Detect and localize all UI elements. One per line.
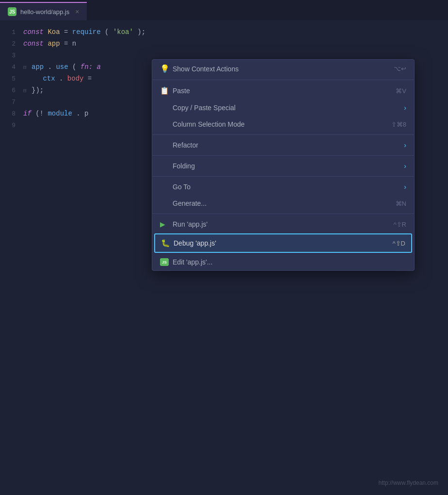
code-line-2: 2 const app = n	[0, 38, 448, 50]
menu-item-edit-app[interactable]: JS Edit 'app.js'...	[152, 254, 414, 270]
menu-item-generate[interactable]: Generate... ⌘N	[152, 195, 414, 212]
menu-item-shortcut-debug-app: ^⇧D	[393, 240, 406, 247]
line-content-2: const app = n	[23, 38, 76, 50]
line-number-4: 4	[0, 62, 23, 73]
tab-title: hello-world/app.js	[20, 8, 69, 16]
clipboard-icon: 📋	[160, 86, 171, 95]
line-number-7: 7	[0, 97, 23, 108]
line-content-5: ctx . body =	[23, 73, 92, 84]
menu-item-debug-app[interactable]: 🐛 Debug 'app.js' ^⇧D	[154, 233, 412, 253]
line-content-6: ⊟ });	[23, 84, 44, 97]
menu-item-show-context-actions[interactable]: 💡 Show Context Actions ⌥↩	[152, 60, 414, 78]
tab-close-button[interactable]: ×	[75, 8, 79, 16]
submenu-arrow-go-to: ›	[404, 183, 406, 191]
menu-item-run-app[interactable]: ▶ Run 'app.js' ^⇧R	[152, 216, 414, 232]
menu-item-label-debug-app: Debug 'app.js'	[174, 239, 383, 247]
menu-divider-5	[152, 214, 414, 214]
line-number-6: 6	[0, 85, 23, 97]
menu-item-label-generate: Generate...	[173, 199, 386, 207]
line-number-9: 9	[0, 120, 23, 132]
submenu-arrow-copy-paste-special: ›	[404, 104, 406, 112]
menu-item-shortcut-run-app: ^⇧R	[394, 221, 407, 228]
submenu-arrow-folding: ›	[404, 162, 406, 170]
file-tab[interactable]: JS hello-world/app.js ×	[0, 2, 87, 20]
menu-divider-3	[152, 155, 414, 156]
menu-item-go-to[interactable]: Go To ›	[152, 179, 414, 195]
debug-icon: 🐛	[161, 239, 172, 248]
menu-item-label-run-app: Run 'app.js'	[173, 220, 384, 228]
context-menu: 💡 Show Context Actions ⌥↩ 📋 Paste ⌘V Cop…	[152, 59, 415, 271]
menu-item-shortcut-show-context-actions: ⌥↩	[394, 65, 406, 72]
line-number-3: 3	[0, 50, 23, 62]
menu-divider-2	[152, 134, 414, 135]
menu-item-label-go-to: Go To	[173, 183, 399, 191]
menu-item-folding[interactable]: Folding ›	[152, 158, 414, 174]
line-number-1: 1	[0, 27, 23, 38]
menu-item-label-column-selection: Column Selection Mode	[173, 120, 382, 128]
watermark: http://www.flydean.com	[379, 479, 438, 486]
menu-item-label-paste: Paste	[173, 87, 386, 95]
run-icon: ▶	[160, 220, 171, 228]
menu-item-label-folding: Folding	[173, 162, 399, 170]
line-content-7	[23, 96, 27, 108]
menu-item-label-show-context-actions: Show Context Actions	[173, 65, 384, 73]
line-content-3	[23, 50, 27, 61]
menu-item-shortcut-paste: ⌘V	[396, 87, 406, 95]
line-number-5: 5	[0, 73, 23, 85]
menu-item-label-edit-app: Edit 'app.js'...	[173, 258, 406, 266]
menu-item-label-refactor: Refactor	[173, 141, 399, 149]
bulb-icon: 💡	[160, 64, 171, 73]
menu-item-copy-paste-special[interactable]: Copy / Paste Special ›	[152, 99, 414, 116]
tab-bar: JS hello-world/app.js ×	[0, 0, 448, 20]
line-content-4: ⊟ app . use ( fn: a	[23, 61, 101, 73]
editor: JS hello-world/app.js × 1 const Koa = re…	[0, 0, 448, 495]
menu-item-label-copy-paste-special: Copy / Paste Special	[173, 104, 399, 112]
line-number-2: 2	[0, 38, 23, 50]
watermark-text: http://www.flydean.com	[379, 479, 438, 486]
menu-item-shortcut-column-selection: ⇧⌘8	[391, 121, 406, 128]
menu-item-shortcut-generate: ⌘N	[396, 200, 406, 207]
menu-item-refactor[interactable]: Refactor ›	[152, 137, 414, 153]
menu-item-column-selection[interactable]: Column Selection Mode ⇧⌘8	[152, 116, 414, 132]
menu-item-paste[interactable]: 📋 Paste ⌘V	[152, 82, 414, 99]
menu-divider-4	[152, 176, 414, 177]
code-line-1: 1 const Koa = require ( 'koa' );	[0, 26, 448, 38]
nodejs-icon: JS	[160, 258, 171, 266]
line-content-1: const Koa = require ( 'koa' );	[23, 26, 145, 38]
menu-divider-1	[152, 80, 414, 80]
line-number-8: 8	[0, 108, 23, 120]
submenu-arrow-refactor: ›	[404, 141, 406, 149]
tab-file-icon: JS	[8, 7, 16, 16]
line-content-9	[23, 119, 27, 131]
line-content-8: if (! module . p	[23, 108, 88, 119]
